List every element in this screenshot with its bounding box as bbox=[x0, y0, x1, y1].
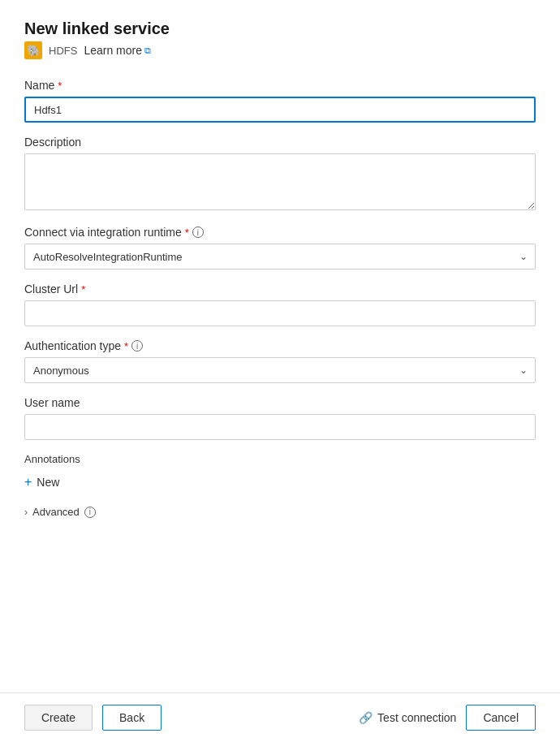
annotations-section: Annotations + New bbox=[24, 453, 536, 493]
annotations-label: Annotations bbox=[24, 453, 536, 465]
add-annotation-button[interactable]: + New bbox=[24, 472, 59, 493]
test-connection-link-icon: 🔗 bbox=[359, 711, 373, 724]
integration-runtime-info-icon[interactable]: i bbox=[192, 226, 204, 238]
auth-type-select-wrapper: Anonymous ⌄ bbox=[24, 357, 536, 383]
cluster-url-input[interactable] bbox=[24, 300, 536, 326]
hdfs-icon: 🐘 bbox=[24, 41, 42, 59]
test-connection-button[interactable]: 🔗 Test connection bbox=[359, 711, 456, 724]
cluster-url-required: * bbox=[81, 283, 85, 296]
subtitle-row: 🐘 HDFS Learn more ⧉ bbox=[24, 41, 536, 59]
auth-type-label: Authentication type * i bbox=[24, 339, 536, 352]
svg-text:🐘: 🐘 bbox=[27, 44, 41, 58]
auth-type-info-icon[interactable]: i bbox=[131, 340, 143, 352]
integration-runtime-label: Connect via integration runtime * i bbox=[24, 226, 536, 239]
integration-runtime-select[interactable]: AutoResolveIntegrationRuntime bbox=[24, 244, 536, 270]
integration-runtime-group: Connect via integration runtime * i Auto… bbox=[24, 226, 536, 270]
create-button[interactable]: Create bbox=[24, 705, 93, 731]
integration-runtime-select-wrapper: AutoResolveIntegrationRuntime ⌄ bbox=[24, 244, 536, 270]
plus-icon: + bbox=[24, 475, 32, 490]
auth-type-select[interactable]: Anonymous bbox=[24, 357, 536, 383]
advanced-info-icon[interactable]: i bbox=[84, 507, 96, 518]
add-annotation-label: New bbox=[37, 476, 59, 489]
advanced-section[interactable]: › Advanced i bbox=[24, 506, 536, 518]
hdfs-label: HDFS bbox=[49, 45, 77, 57]
footer-right: 🔗 Test connection Cancel bbox=[359, 705, 536, 731]
page-title: New linked service bbox=[24, 19, 536, 38]
name-input[interactable] bbox=[24, 97, 536, 123]
auth-type-group: Authentication type * i Anonymous ⌄ bbox=[24, 339, 536, 383]
integration-runtime-required: * bbox=[185, 226, 189, 239]
description-label: Description bbox=[24, 136, 536, 149]
auth-type-required: * bbox=[124, 340, 128, 352]
footer: Create Back 🔗 Test connection Cancel bbox=[0, 692, 560, 742]
back-button[interactable]: Back bbox=[102, 705, 162, 731]
cancel-button[interactable]: Cancel bbox=[466, 705, 536, 731]
user-name-input[interactable] bbox=[24, 414, 536, 440]
learn-more-link[interactable]: Learn more ⧉ bbox=[84, 44, 151, 57]
advanced-chevron-icon: › bbox=[24, 507, 28, 518]
name-required: * bbox=[58, 80, 62, 92]
cluster-url-label: Cluster Url * bbox=[24, 283, 536, 296]
description-textarea[interactable] bbox=[24, 153, 536, 210]
external-link-icon: ⧉ bbox=[144, 45, 151, 56]
cluster-url-group: Cluster Url * bbox=[24, 283, 536, 326]
user-name-group: User name bbox=[24, 396, 536, 440]
name-label: Name * bbox=[24, 79, 536, 92]
description-group: Description bbox=[24, 136, 536, 213]
user-name-label: User name bbox=[24, 396, 536, 409]
name-group: Name * bbox=[24, 79, 536, 123]
advanced-label: Advanced bbox=[32, 506, 80, 518]
